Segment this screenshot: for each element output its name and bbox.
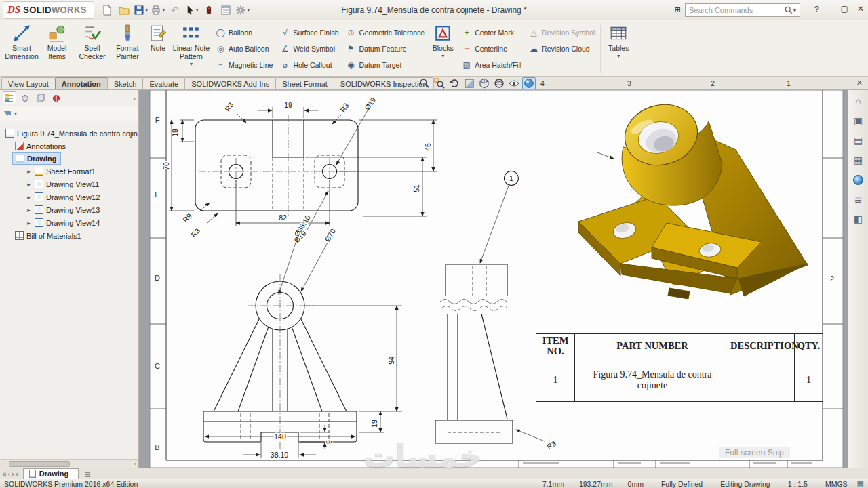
design-library-icon[interactable]: ▣	[851, 114, 866, 127]
tree-item-annotations[interactable]: Annotations	[12, 140, 70, 152]
revision-cloud-button[interactable]: ☁Revision Cloud	[528, 42, 595, 56]
first-sheet-button[interactable]: «	[3, 470, 7, 478]
sheet-scale-label[interactable]: 1 : 1.5	[788, 480, 808, 488]
tree-item-sheet-format1[interactable]: ▸ Sheet Format1	[23, 165, 100, 178]
tree-item-drawing-view12[interactable]: ▸ Drawing View12	[23, 190, 104, 203]
tree-filter-row[interactable]: ▾	[0, 106, 138, 121]
new-document-button[interactable]	[100, 3, 115, 18]
search-pane-icon[interactable]: ⊞	[675, 5, 681, 14]
tab-annotation[interactable]: Annotation	[55, 77, 108, 89]
last-sheet-button[interactable]: »	[15, 470, 19, 478]
maximize-button[interactable]: ▢	[841, 4, 848, 14]
options-button[interactable]: ▾	[235, 3, 250, 18]
help-button[interactable]: ?	[814, 5, 819, 14]
hide-show-items-icon[interactable]	[507, 77, 521, 89]
geometric-tolerance-button[interactable]: ⊕Geometric Tolerance	[346, 26, 425, 39]
stop-button[interactable]	[201, 3, 216, 18]
tree-item-drawing-view11[interactable]: ▸ Drawing View11	[23, 178, 103, 190]
tables-button[interactable]: Tables ▾	[603, 22, 634, 76]
view-palette-icon[interactable]: ▦	[851, 153, 866, 167]
smart-dimension-button[interactable]: Smart Dimension	[4, 22, 39, 76]
center-mark-button[interactable]: +Center Mark	[461, 26, 521, 39]
tree-item-drawing-view14[interactable]: ▸ Drawing View14	[23, 216, 104, 229]
next-sheet-button[interactable]: ›	[12, 470, 14, 478]
section-view-icon[interactable]	[462, 77, 476, 89]
tree-item-drawing[interactable]: Drawing	[12, 152, 61, 165]
expand-icon[interactable]: ▸	[26, 220, 32, 226]
linear-note-pattern-button[interactable]: Linear Note Pattern ▾	[171, 22, 212, 76]
tables-caret-icon[interactable]: ▾	[617, 53, 620, 59]
balloon-button[interactable]: ◯Balloon	[215, 26, 273, 39]
display-style-icon[interactable]	[492, 77, 506, 89]
prev-sheet-button[interactable]: ‹	[8, 470, 10, 478]
select-arrow-button[interactable]: ▾	[184, 3, 199, 18]
linear-note-pattern-caret-icon[interactable]: ▾	[190, 61, 193, 67]
sheet-tab-drawing[interactable]: Drawing	[23, 468, 79, 479]
tree-root-item[interactable]: Figura 9.74_Mensula de contra cojin	[3, 127, 142, 140]
panel-tab-featuremanager[interactable]	[3, 92, 16, 104]
save-button[interactable]: ▾	[134, 3, 149, 18]
panel-tab-configurations[interactable]	[34, 92, 47, 104]
solidworks-logo[interactable]: DS SOLIDWORKS	[3, 1, 94, 19]
tab-sheet-format[interactable]: Sheet Format	[275, 77, 334, 89]
custom-properties-icon[interactable]: ≣	[851, 192, 866, 206]
format-painter-button[interactable]: Format Painter	[110, 22, 145, 76]
edit-appearance-icon[interactable]	[522, 77, 536, 89]
add-sheet-button[interactable]: ⊞	[80, 471, 94, 479]
hole-callout-button[interactable]: ⌀Hole Callout	[279, 58, 338, 72]
panel-tab-propertymanager[interactable]	[18, 92, 32, 104]
tree-item-drawing-view13[interactable]: ▸ Drawing View13	[23, 203, 104, 216]
close-button[interactable]: ✕	[857, 4, 864, 14]
scroll-left-icon[interactable]: ‹	[0, 461, 6, 467]
tab-sketch[interactable]: Sketch	[107, 77, 144, 89]
magnetic-line-button[interactable]: ≈Magnetic Line	[215, 58, 273, 72]
datum-feature-button[interactable]: ⚑Datum Feature	[346, 42, 425, 56]
tab-solidworks-add-ins[interactable]: SOLIDWORKS Add-Ins	[184, 77, 276, 89]
panel-horizontal-scrollbar[interactable]: ‹ ›	[0, 459, 138, 468]
view-orientation-icon[interactable]	[477, 77, 491, 89]
expand-icon[interactable]: ▸	[26, 207, 32, 214]
search-icon[interactable]	[785, 6, 793, 14]
home-icon[interactable]: ⌂	[851, 94, 866, 108]
surface-finish-button[interactable]: √Surface Finish	[279, 26, 338, 39]
expand-icon[interactable]: ▸	[26, 181, 32, 188]
weld-symbol-button[interactable]: ∠Weld Symbol	[279, 42, 338, 56]
options-caret-icon[interactable]: ▾	[247, 7, 250, 13]
previous-view-icon[interactable]	[448, 77, 461, 89]
area-hatch-fill-button[interactable]: ▨Area Hatch/Fill	[461, 58, 521, 72]
spell-checker-button[interactable]: Spell Checker	[75, 22, 110, 76]
filter-caret-icon[interactable]: ▾	[14, 110, 17, 117]
revision-symbol-button[interactable]: △Revision Symbol	[528, 26, 595, 39]
scrollbar-thumb[interactable]	[9, 461, 70, 467]
print-button[interactable]: ▾	[151, 3, 165, 18]
panel-toggle-icon[interactable]: ▦	[857, 479, 864, 488]
forum-icon[interactable]: ◧	[851, 212, 866, 226]
undo-button[interactable]: ↶	[167, 3, 182, 18]
tab-view-layout[interactable]: View Layout	[1, 77, 56, 89]
tree-item-bill-of-materials[interactable]: Bill of Materials1	[12, 229, 85, 242]
print-caret-icon[interactable]: ▾	[162, 7, 165, 13]
drawing-sheet-svg[interactable]: F E D C B 2	[139, 90, 848, 468]
appearances-scenes-icon[interactable]	[851, 173, 866, 186]
panel-tab-dimxpert[interactable]	[50, 92, 63, 104]
datum-target-button[interactable]: ◉Datum Target	[346, 58, 425, 72]
centerline-button[interactable]: ┄Centerline	[461, 42, 521, 56]
search-caret-icon[interactable]: ▾	[793, 7, 796, 14]
graphics-area[interactable]: F E D C B 2	[139, 90, 848, 468]
close-sheet-icon[interactable]: ✕	[856, 79, 863, 87]
file-explorer-icon[interactable]: ▤	[851, 134, 866, 147]
open-button[interactable]	[117, 3, 132, 18]
note-button[interactable]: Note	[145, 22, 171, 76]
zoom-area-icon[interactable]	[433, 77, 446, 89]
blocks-caret-icon[interactable]: ▾	[441, 53, 444, 59]
task-pane-button[interactable]	[218, 3, 233, 18]
scroll-right-icon[interactable]: ›	[132, 461, 138, 467]
units-label[interactable]: MMGS	[825, 480, 848, 488]
bom-table[interactable]: ITEM NO. PART NUMBER DESCRIPTION QTY. 1 …	[536, 333, 823, 402]
panel-expand-chevron-icon[interactable]: ›	[133, 94, 136, 102]
bom-row[interactable]: 1 Figura 9.74_Mensula de contra cojinete…	[536, 359, 823, 402]
tab-evaluate[interactable]: Evaluate	[142, 77, 185, 89]
expand-icon[interactable]: ▸	[26, 168, 32, 175]
minimize-button[interactable]: –	[827, 4, 832, 14]
search-commands-box[interactable]: Search Commands ▾	[685, 3, 800, 17]
